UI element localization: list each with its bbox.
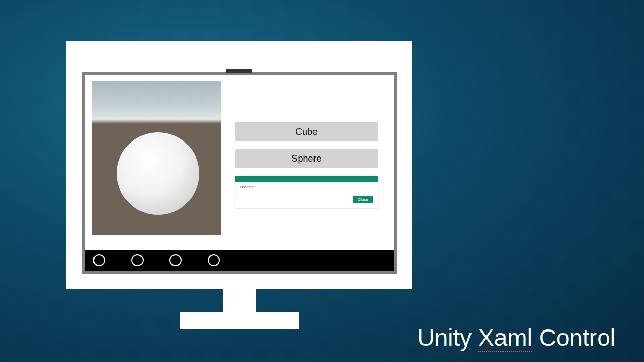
title-suffix: Control [532, 324, 616, 351]
title-underlined: Xaml [478, 324, 532, 352]
screen-content: Cube Sphere Loaded Close [85, 75, 394, 250]
appbar-button-4[interactable] [208, 254, 220, 266]
slide-title: Unity Xaml Control [418, 324, 616, 352]
dialog-message: Loaded [240, 185, 373, 190]
appbar-button-3[interactable] [169, 254, 182, 266]
xaml-panel: Cube Sphere Loaded Close [221, 75, 394, 250]
app-bar [85, 250, 394, 271]
appbar-button-1[interactable] [93, 254, 105, 266]
monitor-neck [223, 289, 256, 312]
monitor-illustration: Cube Sphere Loaded Close [66, 41, 412, 338]
sphere-button[interactable]: Sphere [235, 149, 378, 168]
app-screen: Cube Sphere Loaded Close [82, 72, 397, 274]
sphere-3d-object [117, 132, 199, 215]
dialog-header [235, 176, 378, 182]
cube-button[interactable]: Cube [235, 122, 378, 141]
close-button[interactable]: Close [353, 196, 373, 203]
loaded-dialog: Loaded Close [235, 176, 378, 208]
monitor-bezel: Cube Sphere Loaded Close [66, 41, 412, 289]
title-prefix: Unity [418, 324, 479, 351]
appbar-button-2[interactable] [131, 254, 144, 266]
dialog-body: Loaded Close [235, 182, 378, 208]
unity-viewport[interactable] [92, 81, 221, 235]
monitor-base [180, 312, 299, 329]
